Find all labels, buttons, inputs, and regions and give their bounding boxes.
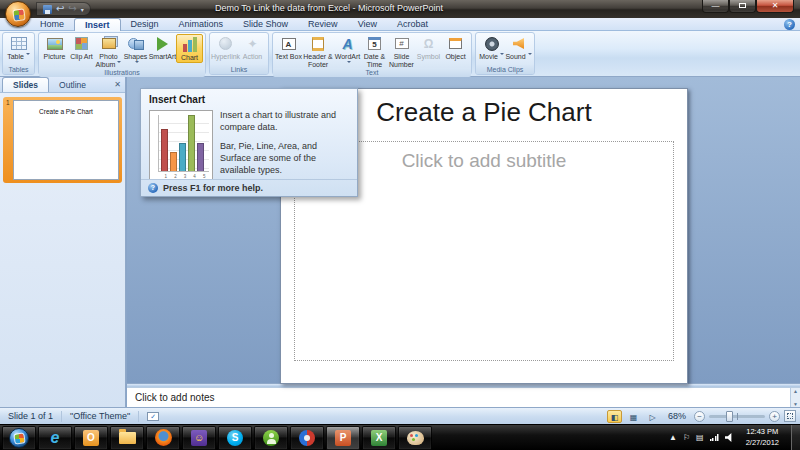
clip-art-button[interactable]: Clip Art: [68, 34, 95, 61]
show-desktop-button[interactable]: [791, 425, 800, 450]
tab-insert[interactable]: Insert: [74, 18, 121, 31]
taskbar-skype[interactable]: S: [218, 426, 252, 450]
sound-button[interactable]: Sound: [505, 34, 532, 61]
tab-home[interactable]: Home: [30, 18, 74, 31]
customize-qat-icon[interactable]: ▾: [81, 6, 84, 13]
shapes-icon: [126, 35, 146, 52]
hyperlink-icon: [216, 35, 236, 52]
movie-button[interactable]: Movie: [478, 34, 505, 61]
tray-app-icon[interactable]: ▤: [696, 433, 704, 442]
volume-icon[interactable]: [725, 433, 734, 442]
normal-view-button[interactable]: ◧: [607, 410, 622, 423]
hyperlink-button[interactable]: Hyperlink: [212, 34, 239, 61]
group-label-media-clips: Media Clips: [476, 65, 534, 74]
slide-sorter-view-button[interactable]: ▦: [626, 410, 641, 423]
office-button[interactable]: [5, 1, 31, 27]
window-controls: — ✕: [702, 0, 794, 13]
taskbar-yahoo-messenger[interactable]: ☺: [182, 426, 216, 450]
redo-icon[interactable]: ↪: [68, 4, 76, 14]
object-button[interactable]: Object: [442, 34, 469, 61]
powerpoint-window: ↩ ↪ ▾ Demo To Link the data from Excel -…: [0, 0, 800, 450]
picture-button[interactable]: Picture: [41, 34, 68, 61]
zoom-in-button[interactable]: +: [769, 411, 780, 422]
chart-button[interactable]: Chart: [176, 34, 203, 63]
slide-thumbnail[interactable]: 1 Create a Pie Chart: [3, 97, 122, 183]
taskbar-outlook[interactable]: O: [74, 426, 108, 450]
tab-acrobat[interactable]: Acrobat: [387, 18, 438, 31]
taskbar-powerpoint[interactable]: P: [326, 426, 360, 450]
group-media-clips: Movie Sound Media Clips: [475, 32, 535, 75]
tooltip-text: Insert a chart to illustrate and compare…: [220, 110, 350, 184]
text-box-icon: [279, 35, 299, 52]
undo-icon[interactable]: ↩: [56, 4, 64, 14]
tab-slide-show[interactable]: Slide Show: [233, 18, 298, 31]
tab-review[interactable]: Review: [298, 18, 348, 31]
notes-placeholder: Click to add notes: [127, 388, 800, 403]
office-logo-icon: [13, 9, 24, 20]
slide-show-button[interactable]: ▷: [645, 410, 660, 423]
status-bar: Slide 1 of 1 "Office Theme" ✓ ◧ ▦ ▷ 68% …: [0, 407, 800, 424]
taskbar-internet-explorer[interactable]: e: [38, 426, 72, 450]
slide-thumbnail-preview: Create a Pie Chart: [13, 100, 119, 180]
tab-outline[interactable]: Outline: [49, 78, 96, 92]
taskbar-clock[interactable]: 12:43 PM 2/27/2012: [740, 427, 785, 447]
table-button[interactable]: Table: [5, 34, 32, 61]
tab-design[interactable]: Design: [121, 18, 169, 31]
table-icon: [9, 35, 29, 52]
notes-pane[interactable]: Click to add notes ▲▼: [127, 387, 800, 407]
clip-art-icon: [72, 35, 92, 52]
start-button[interactable]: [2, 426, 36, 450]
firefox-icon: [155, 429, 172, 446]
taskbar-media-app[interactable]: [290, 426, 324, 450]
date-time-button[interactable]: Date & Time: [361, 34, 388, 68]
notes-scrollbar[interactable]: ▲▼: [790, 388, 800, 407]
tooltip-chart-bars: [158, 115, 209, 172]
ribbon: Table Tables Picture Clip Art: [0, 31, 800, 77]
spelling-check-icon[interactable]: ✓: [147, 412, 159, 421]
chart-icon: [180, 36, 200, 53]
taskbar-firefox[interactable]: [146, 426, 180, 450]
object-icon: [446, 35, 466, 52]
tab-animations[interactable]: Animations: [169, 18, 234, 31]
taskbar-messenger[interactable]: [254, 426, 288, 450]
close-button[interactable]: ✕: [756, 0, 794, 13]
taskbar-paint[interactable]: [398, 426, 432, 450]
outlook-icon: O: [83, 430, 99, 446]
text-box-button[interactable]: Text Box: [275, 34, 302, 61]
smartart-button[interactable]: SmartArt: [149, 34, 176, 61]
tab-slides[interactable]: Slides: [2, 77, 49, 92]
tray-expand-icon[interactable]: ▲: [669, 433, 677, 442]
wordart-button[interactable]: WordArt: [334, 34, 361, 68]
tooltip-help-icon: ?: [148, 183, 158, 193]
fit-slide-to-window-button[interactable]: [784, 410, 796, 422]
symbol-icon: [419, 35, 439, 52]
help-icon[interactable]: ?: [784, 19, 795, 30]
tab-view[interactable]: View: [348, 18, 387, 31]
photo-album-button[interactable]: Photo Album: [95, 34, 122, 68]
header-footer-button[interactable]: Header & Footer: [302, 34, 334, 68]
group-illustrations: Picture Clip Art Photo Album Shapes: [38, 32, 206, 75]
slide-number-icon: [392, 35, 412, 52]
clock-date: 2/27/2012: [746, 438, 779, 448]
theme-name[interactable]: "Office Theme": [62, 411, 139, 422]
slide-number-button[interactable]: Slide Number: [388, 34, 415, 68]
zoom-slider[interactable]: [709, 415, 765, 418]
zoom-out-button[interactable]: −: [694, 411, 705, 422]
paint-icon: [407, 431, 424, 445]
network-icon[interactable]: [710, 434, 719, 441]
folder-icon: [119, 432, 136, 444]
slides-panel: Slides Outline ✕ 1 Create a Pie Chart: [0, 77, 126, 407]
action-button[interactable]: ✦ Action: [239, 34, 266, 61]
action-center-flag-icon[interactable]: ⚐: [683, 433, 690, 442]
panel-close-icon[interactable]: ✕: [114, 80, 121, 89]
zoom-slider-handle[interactable]: [726, 411, 733, 422]
zoom-level[interactable]: 68%: [664, 411, 690, 421]
taskbar-windows-explorer[interactable]: [110, 426, 144, 450]
excel-icon: X: [371, 430, 387, 446]
shapes-button[interactable]: Shapes: [122, 34, 149, 68]
taskbar-excel[interactable]: X: [362, 426, 396, 450]
maximize-button[interactable]: [729, 0, 756, 13]
save-icon[interactable]: [43, 5, 52, 14]
symbol-button[interactable]: Symbol: [415, 34, 442, 61]
minimize-button[interactable]: —: [702, 0, 729, 13]
